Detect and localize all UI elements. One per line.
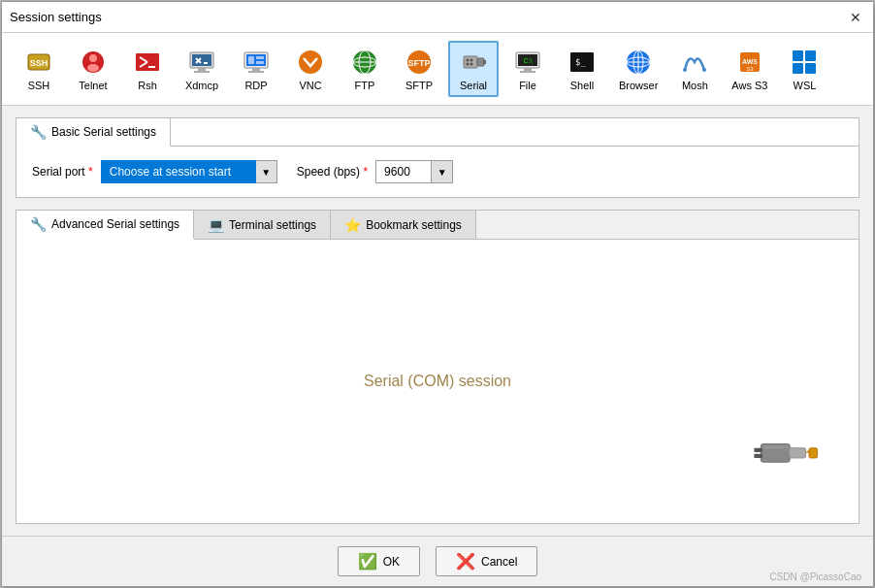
terminal-tab-icon: 💻 <box>208 217 224 233</box>
protocol-vnc[interactable]: VNC <box>285 41 336 97</box>
vnc-icon <box>295 47 326 78</box>
svg-rect-60 <box>754 454 762 458</box>
speed-dropdown-arrow[interactable]: ▼ <box>432 160 453 183</box>
terminal-settings-tab[interactable]: 💻 Terminal settings <box>194 211 331 239</box>
cancel-icon: ❌ <box>456 552 475 571</box>
protocol-wsl[interactable]: WSL <box>779 41 829 97</box>
svg-text:$_: $_ <box>575 57 586 67</box>
svg-rect-59 <box>754 448 762 452</box>
browser-label: Browser <box>619 80 658 91</box>
awss3-label: Aws S3 <box>731 80 767 91</box>
ok-icon: ✅ <box>358 552 377 571</box>
wsl-label: WSL <box>794 80 817 91</box>
advanced-serial-tab-icon: 🔧 <box>30 216 47 232</box>
advanced-serial-tab[interactable]: 🔧 Advanced Serial settings <box>16 211 194 240</box>
svg-text:C:\: C:\ <box>524 57 533 64</box>
svg-rect-54 <box>793 50 803 61</box>
rsh-icon <box>132 47 163 78</box>
svg-rect-11 <box>198 68 206 71</box>
basic-serial-tab-icon: 🔧 <box>30 124 47 140</box>
cancel-label: Cancel <box>481 555 517 569</box>
ok-label: OK <box>383 555 400 569</box>
svg-point-32 <box>467 59 470 62</box>
cancel-button[interactable]: ❌ Cancel <box>436 546 537 576</box>
protocol-awss3[interactable]: AWS S3 Aws S3 <box>724 41 775 97</box>
basic-serial-tab[interactable]: 🔧 Basic Serial settings <box>16 118 171 147</box>
svg-point-23 <box>299 50 322 74</box>
title-bar: Session settings ✕ <box>2 2 873 33</box>
protocol-ssh[interactable]: SSH SSH <box>14 41 64 97</box>
session-label: Serial (COM) session <box>364 373 511 390</box>
svg-text:AWS: AWS <box>742 58 758 65</box>
svg-rect-63 <box>762 445 789 448</box>
speed-label: Speed (bps) * <box>297 165 368 179</box>
advanced-panel: 🔧 Advanced Serial settings 💻 Terminal se… <box>16 210 859 524</box>
protocol-sftp[interactable]: SFTP SFTP <box>394 41 444 97</box>
rdp-icon <box>241 47 272 78</box>
dialog-title: Session settings <box>10 10 102 24</box>
svg-rect-21 <box>256 56 264 59</box>
serial-icon <box>458 47 489 78</box>
com-plug-icon <box>752 423 820 484</box>
ok-button[interactable]: ✅ OK <box>338 546 420 576</box>
advanced-tab-row: 🔧 Advanced Serial settings 💻 Terminal se… <box>16 211 859 240</box>
xdmcp-icon <box>186 47 217 78</box>
svg-rect-20 <box>248 56 254 64</box>
session-settings-dialog: Session settings ✕ SSH SSH Teln <box>1 1 874 587</box>
ssh-icon: SSH <box>23 47 54 78</box>
svg-text:SFTP: SFTP <box>407 58 430 68</box>
telnet-icon <box>78 47 109 78</box>
serial-port-dropdown-arrow[interactable]: ▼ <box>256 160 277 183</box>
file-label: File <box>519 80 536 91</box>
svg-rect-57 <box>805 63 816 74</box>
serial-port-field: Serial port * Choose at session start ▼ <box>32 160 277 183</box>
protocol-rsh[interactable]: Rsh <box>122 41 173 97</box>
protocol-file[interactable]: C:\ File <box>502 41 553 97</box>
telnet-label: Telnet <box>79 80 107 91</box>
bookmark-tab-label: Bookmark settings <box>366 218 462 232</box>
svg-point-33 <box>470 59 473 62</box>
close-button[interactable]: ✕ <box>846 8 865 27</box>
terminal-tab-label: Terminal settings <box>229 218 316 232</box>
sftp-label: SFTP <box>405 80 433 91</box>
wsl-icon <box>789 47 820 78</box>
protocol-mosh[interactable]: Mosh <box>669 41 720 97</box>
content-area: 🔧 Basic Serial settings Serial port * Ch… <box>2 106 873 536</box>
svg-rect-39 <box>524 68 532 71</box>
svg-rect-22 <box>256 61 264 64</box>
shell-label: Shell <box>570 80 594 91</box>
serial-port-value[interactable]: Choose at session start <box>101 160 256 183</box>
serial-port-label: Serial port * <box>32 165 93 179</box>
bookmark-settings-tab[interactable]: ⭐ Bookmark settings <box>331 211 476 239</box>
svg-rect-10 <box>192 54 211 66</box>
shell-icon: $_ <box>567 47 598 78</box>
svg-point-50 <box>702 68 706 72</box>
ftp-label: FTP <box>355 80 375 91</box>
svg-point-49 <box>683 68 687 72</box>
svg-rect-31 <box>477 58 484 66</box>
basic-serial-panel: 🔧 Basic Serial settings Serial port * Ch… <box>16 117 859 198</box>
protocol-rdp[interactable]: RDP <box>231 41 281 97</box>
svg-rect-55 <box>805 50 816 61</box>
protocol-xdmcp[interactable]: Xdmcp <box>177 41 227 97</box>
speed-value[interactable]: 9600 <box>375 160 432 183</box>
protocol-telnet[interactable]: Telnet <box>68 41 118 97</box>
svg-text:S3: S3 <box>746 66 754 72</box>
ftp-icon <box>349 47 380 78</box>
protocol-browser[interactable]: Browser <box>611 41 665 97</box>
speed-field: Speed (bps) * 9600 ▼ <box>297 160 453 183</box>
svg-point-3 <box>89 54 97 62</box>
protocol-serial[interactable]: Serial <box>448 41 499 97</box>
speed-combo: 9600 ▼ <box>375 160 453 183</box>
xdmcp-label: Xdmcp <box>185 80 218 91</box>
footer: ✅ OK ❌ Cancel CSDN @PicassoCao <box>2 536 873 586</box>
basic-serial-tab-row: 🔧 Basic Serial settings <box>16 118 859 147</box>
awss3-icon: AWS S3 <box>734 47 765 78</box>
protocol-ftp[interactable]: FTP <box>340 41 390 97</box>
svg-rect-62 <box>809 448 818 458</box>
serial-port-combo: Choose at session start ▼ <box>101 160 277 183</box>
basic-serial-tab-label: Basic Serial settings <box>51 125 156 139</box>
svg-rect-56 <box>793 63 803 74</box>
svg-rect-36 <box>483 60 486 64</box>
protocol-shell[interactable]: $_ Shell <box>557 41 607 97</box>
